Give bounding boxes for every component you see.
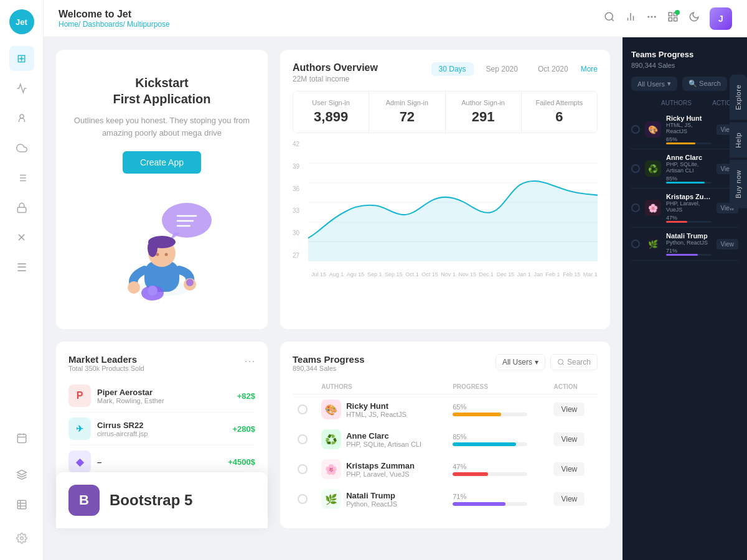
sidebar-item-settings[interactable]: [9, 526, 34, 551]
sidebar-item-lock[interactable]: [9, 195, 34, 220]
sidebar-item-reports[interactable]: [9, 166, 34, 190]
sidebar-item-layers[interactable]: [9, 462, 34, 487]
dark-controls: All Users ▾ 🔍 Search: [631, 77, 738, 91]
view-button-3[interactable]: View: [553, 492, 585, 506]
authors-card: Authors Overview 22M total income 30 Day…: [280, 50, 610, 329]
sidebar-item-table[interactable]: [9, 492, 34, 517]
sidebar: Jet ⊞ ✕ ☰: [0, 0, 44, 560]
grid-icon[interactable]: [667, 11, 679, 26]
dark-filter[interactable]: All Users ▾: [631, 77, 677, 91]
app-logo[interactable]: Jet: [9, 9, 34, 34]
search-box[interactable]: Search: [550, 354, 598, 370]
teams-progress-card: Teams Progress 890,344 Sales All Users ▾…: [280, 342, 610, 528]
table-row: 🌿 Natali Trump Python, ReactJS 71% View: [293, 484, 598, 514]
view-button-1[interactable]: View: [553, 432, 585, 446]
avatar[interactable]: J: [710, 7, 732, 30]
right-panel: Explore Help Buy now Teams Progress 890,…: [622, 37, 747, 560]
market-info-2: Cirrus SR22 cirrus-aircraft.jsp: [97, 421, 232, 437]
dark-info-0: Ricky Hunt HTML, JS, ReactJS 65%: [666, 114, 712, 144]
tab-30days[interactable]: 30 Days: [431, 62, 474, 76]
dark-avatar-2: 🌸: [645, 200, 661, 216]
sidebar-item-close[interactable]: ✕: [9, 225, 34, 250]
svg-point-42: [128, 281, 140, 294]
bootstrap-label: Bootstrap 5: [110, 492, 192, 509]
breadcrumb-multipurpose[interactable]: Multipurpose: [127, 20, 170, 29]
help-tab[interactable]: Help: [730, 123, 747, 158]
svg-point-44: [186, 279, 194, 286]
main-panel: Kickstart First Application Outlines kee…: [44, 37, 622, 560]
chart-y-labels: 423936333027: [293, 141, 299, 259]
dark-mode-icon[interactable]: [688, 11, 700, 26]
breadcrumb-dashboards[interactable]: Dashboards/: [83, 20, 127, 29]
progress-bar-0: [453, 413, 501, 416]
dark-check-2[interactable]: [631, 203, 640, 212]
chart-area: 423936333027: [293, 141, 598, 278]
svg-point-23: [651, 16, 652, 17]
breadcrumb: Home/ Dashboards/ Multipurpose: [59, 20, 604, 29]
progress-bar-1: [453, 442, 516, 446]
svg-rect-7: [17, 207, 26, 212]
dark-check-0[interactable]: [631, 125, 640, 134]
dark-check-1[interactable]: [631, 164, 640, 173]
author-avatar-3: 🌿: [321, 489, 341, 509]
search-icon[interactable]: [604, 11, 615, 26]
view-button-2[interactable]: View: [553, 462, 585, 476]
svg-line-19: [611, 19, 613, 21]
sidebar-item-menu[interactable]: ☰: [9, 255, 34, 280]
tab-oct2020[interactable]: Oct 2020: [530, 62, 576, 76]
adjust-icon[interactable]: [646, 11, 657, 26]
breadcrumb-home[interactable]: Home/: [59, 20, 83, 29]
row-check-2[interactable]: [293, 454, 316, 484]
col-authors: AUTHORS: [316, 380, 448, 394]
market-leaders-card: Market Leaders Total 350k Products Sold …: [56, 342, 268, 528]
stats-row: User Sign-in 3,899 Admin Sign-in 72 Auth…: [293, 91, 598, 133]
teams-header: Teams Progress 890,344 Sales All Users ▾…: [293, 354, 598, 372]
sidebar-item-cloud[interactable]: [9, 136, 34, 161]
create-app-button[interactable]: Create App: [123, 151, 201, 174]
all-users-filter[interactable]: All Users ▾: [496, 354, 545, 370]
tab-more[interactable]: More: [581, 65, 598, 73]
view-button-0[interactable]: View: [553, 403, 585, 416]
teams-controls: All Users ▾ Search: [496, 354, 598, 370]
chevron-down-icon: ▾: [535, 358, 538, 366]
sidebar-item-calendar[interactable]: [9, 426, 34, 450]
kickstart-description: Outlines keep you honest. They stoping y…: [68, 114, 255, 139]
market-info-1: Piper Aerostar Mark, Rowling, Esther: [97, 388, 237, 404]
market-item-1: P Piper Aerostar Mark, Rowling, Esther +…: [68, 380, 255, 413]
teams-table-header: AUTHORS PROGRESS ACTION: [293, 380, 598, 394]
progress-bar-2: [453, 472, 487, 476]
right-panel-tabs: Explore Help Buy now: [730, 75, 747, 208]
svg-point-17: [20, 537, 23, 540]
dark-search[interactable]: 🔍 Search: [682, 77, 727, 91]
svg-point-24: [655, 16, 656, 17]
dark-view-btn-3[interactable]: View: [716, 239, 739, 250]
tab-sep2020[interactable]: Sep 2020: [479, 62, 525, 76]
author-avatar-2: 🌸: [321, 459, 341, 479]
svg-rect-29: [674, 18, 677, 21]
svg-point-41: [165, 253, 168, 256]
dark-check-3[interactable]: [631, 240, 640, 248]
teams-title: Teams Progress: [293, 354, 365, 365]
dark-avatar-1: ♻️: [645, 161, 661, 177]
svg-point-52: [558, 360, 563, 365]
buy-now-tab[interactable]: Buy now: [730, 160, 747, 208]
row-progress-2: 47%: [448, 454, 548, 484]
row-author-2: 🌸 Kristaps Zumman PHP, Laravel, VueJS: [316, 454, 448, 484]
market-options-icon[interactable]: ⋯: [244, 354, 255, 368]
row-author-1: ♻️ Anne Clarc PHP, SQLite, Artisan CLI: [316, 424, 448, 454]
top-row: Kickstart First Application Outlines kee…: [56, 50, 610, 329]
sidebar-item-dashboard[interactable]: ⊞: [9, 46, 34, 71]
row-check-1[interactable]: [293, 424, 316, 454]
authors-subtitle: 22M total income: [293, 75, 378, 83]
chart-icon[interactable]: [625, 11, 636, 26]
row-check-3[interactable]: [293, 484, 316, 514]
sidebar-item-users[interactable]: [9, 106, 34, 131]
explore-tab[interactable]: Explore: [730, 75, 747, 120]
sidebar-item-analytics[interactable]: [9, 76, 34, 101]
dark-teams-subtitle: 890,344 Sales: [631, 62, 738, 69]
author-avatar-0: 🎨: [321, 399, 341, 419]
progress-bar-wrap-2: [453, 472, 527, 476]
row-check-0[interactable]: [293, 394, 316, 425]
progress-bar-wrap-1: [453, 442, 527, 446]
header-title-section: Welcome to Jet Home/ Dashboards/ Multipu…: [59, 9, 604, 29]
